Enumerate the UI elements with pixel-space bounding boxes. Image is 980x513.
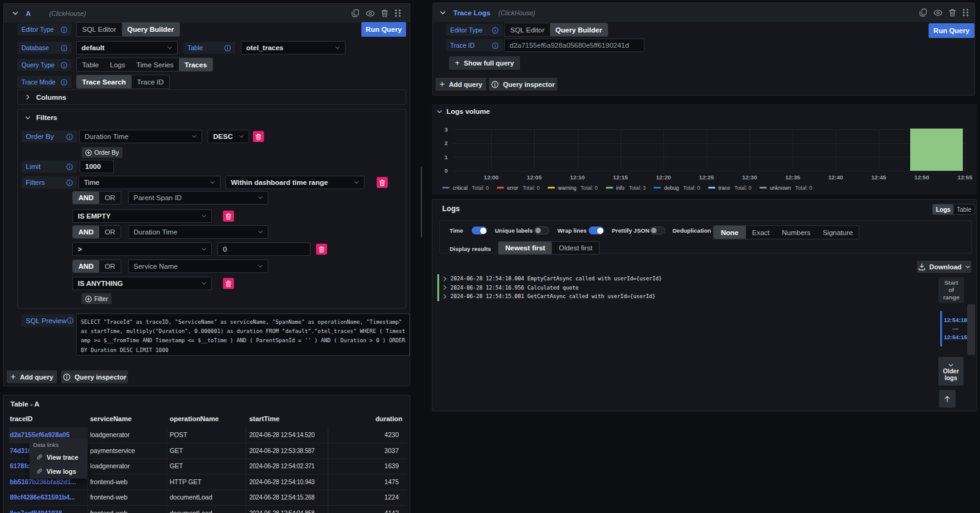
dedup-option-exact[interactable]: Exact: [746, 226, 776, 239]
legend-item[interactable]: errorTotal: 0: [497, 185, 540, 191]
condition-2-and[interactable]: AND: [73, 226, 99, 238]
info-icon[interactable]: [67, 317, 74, 324]
drag-handle-grip-icon[interactable]: [962, 9, 969, 17]
hide-response-eye-icon[interactable]: [366, 10, 375, 17]
legend-item[interactable]: traceTotal: 0: [708, 185, 752, 191]
condition-1-operator-select[interactable]: IS EMPTY: [72, 209, 212, 223]
info-icon[interactable]: [492, 42, 499, 49]
older-logs-button[interactable]: Older logs: [938, 357, 963, 386]
view-option-logs[interactable]: Logs: [933, 204, 954, 214]
add-query-button[interactable]: + Add query: [435, 78, 486, 91]
column-header-servicename[interactable]: serviceName: [90, 415, 132, 422]
info-icon[interactable]: [66, 133, 73, 140]
add-query-button[interactable]: + Add query: [7, 370, 57, 383]
order-by-field-select[interactable]: Duration Time: [79, 130, 202, 143]
split-pane-divider[interactable]: [421, 167, 422, 238]
log-row[interactable]: 2024-06-28 12:54:16.956 Calculated quote: [437, 283, 938, 293]
scroll-to-top-button[interactable]: [939, 390, 956, 408]
collapse-chevron-icon[interactable]: [12, 8, 18, 19]
column-header-starttime[interactable]: startTime: [249, 415, 279, 422]
trace-id-input[interactable]: d2a7155ef6a928a05680e5ff6190241d: [504, 39, 644, 52]
condition-2-operator-select[interactable]: >: [72, 242, 212, 256]
query-type-option-table[interactable]: Table: [77, 58, 105, 71]
table-row[interactable]: 8ca7acf84941938... frontend-web document…: [9, 505, 407, 513]
editor-type-option-sql[interactable]: SQL Editor: [77, 23, 122, 36]
query-editor-header[interactable]: Trace Logs (ClickHouse): [433, 3, 974, 22]
run-query-button[interactable]: Run Query: [361, 22, 406, 37]
hide-response-eye-icon[interactable]: [933, 9, 943, 17]
remove-condition-2-button[interactable]: [316, 244, 327, 255]
legend-item[interactable]: debugTotal: 0: [654, 185, 700, 191]
info-icon[interactable]: [224, 45, 231, 51]
show-full-query-button[interactable]: + Show full query: [449, 56, 520, 70]
trace-mode-option-search[interactable]: Trace Search: [77, 75, 132, 88]
filter-time-range-select[interactable]: Within dashboard time range: [225, 176, 364, 189]
query-type-option-traces[interactable]: Traces: [179, 58, 212, 71]
unique-labels-toggle[interactable]: [534, 227, 549, 234]
duplicate-query-icon[interactable]: [919, 9, 927, 17]
time-toggle[interactable]: [472, 227, 487, 234]
legend-item[interactable]: infoTotal: 3: [606, 185, 646, 191]
table-select[interactable]: otel_traces: [241, 41, 345, 54]
editor-type-option-sql[interactable]: SQL Editor: [505, 23, 550, 36]
info-bar[interactable]: [910, 129, 963, 171]
remove-order-by-button[interactable]: [253, 131, 264, 142]
query-type-option-timeseries[interactable]: Time Series: [130, 58, 179, 71]
columns-section[interactable]: Columns: [17, 89, 406, 105]
condition-1-and[interactable]: AND: [73, 192, 99, 204]
info-icon[interactable]: [61, 45, 67, 51]
limit-input[interactable]: 1000: [80, 160, 114, 173]
column-header-operationname[interactable]: operationName: [170, 415, 219, 422]
database-select[interactable]: default: [76, 41, 178, 54]
info-icon[interactable]: [61, 62, 67, 69]
condition-2-or[interactable]: OR: [99, 226, 121, 238]
minimap-scrollbar[interactable]: [967, 304, 975, 355]
editor-type-option-builder[interactable]: Query Builder: [550, 23, 608, 36]
view-logs-menu-item[interactable]: View logs: [33, 465, 85, 477]
dedup-option-none[interactable]: None: [714, 226, 746, 239]
condition-3-and[interactable]: AND: [73, 260, 99, 272]
condition-1-or[interactable]: OR: [99, 192, 121, 204]
info-icon[interactable]: [61, 79, 67, 86]
drag-handle-grip-icon[interactable]: [394, 9, 401, 17]
info-icon[interactable]: [61, 26, 67, 33]
download-button[interactable]: Download: [917, 261, 971, 273]
condition-3-operator-select[interactable]: IS ANYTHING: [72, 277, 212, 290]
info-icon[interactable]: [66, 179, 73, 186]
add-order-by-button[interactable]: Order By: [81, 147, 123, 158]
trace-id-link[interactable]: d2a7155ef6a928a05: [10, 431, 89, 438]
remove-query-trash-icon[interactable]: [381, 9, 388, 17]
info-icon[interactable]: [66, 163, 73, 170]
expand-log-chevron-icon[interactable]: [443, 285, 451, 290]
dedup-option-signature[interactable]: Signature: [816, 226, 859, 239]
condition-1-field-select[interactable]: Parent Span ID: [128, 191, 268, 204]
order-option-newest[interactable]: Newest first: [499, 242, 552, 254]
trace-id-link[interactable]: 8ca7acf84941938...: [10, 509, 89, 513]
duplicate-query-icon[interactable]: [352, 9, 360, 17]
expand-log-chevron-icon[interactable]: [443, 294, 451, 299]
remove-condition-3-button[interactable]: [223, 278, 234, 289]
column-header-duration[interactable]: duration: [375, 415, 402, 422]
legend-item[interactable]: warningTotal: 0: [548, 185, 598, 191]
view-option-table[interactable]: Table: [954, 204, 974, 214]
query-inspector-button[interactable]: Query inspector: [489, 78, 557, 91]
order-by-direction-select[interactable]: DESC: [208, 130, 249, 143]
query-type-option-logs[interactable]: Logs: [105, 58, 131, 71]
legend-item[interactable]: criticalTotal: 0: [442, 185, 489, 191]
remove-condition-1-button[interactable]: [223, 211, 234, 222]
condition-2-value-input[interactable]: 0: [217, 242, 311, 256]
query-editor-header[interactable]: A (ClickHouse): [4, 4, 410, 23]
log-row[interactable]: 2024-06-28 12:54:15.081 GetCartAsync cal…: [437, 292, 938, 301]
order-option-oldest[interactable]: Oldest first: [552, 242, 599, 254]
run-query-button[interactable]: Run Query: [929, 23, 974, 38]
condition-2-field-select[interactable]: Duration Time: [128, 225, 268, 239]
editor-type-option-builder[interactable]: Query Builder: [122, 23, 179, 36]
add-filter-button[interactable]: Filter: [81, 293, 111, 304]
prettify-json-toggle[interactable]: [650, 227, 665, 234]
trace-id-link[interactable]: 89cf4286e631591b4...: [10, 493, 89, 501]
info-icon[interactable]: [492, 27, 499, 34]
trace-mode-option-id[interactable]: Trace ID: [132, 75, 170, 88]
query-inspector-button[interactable]: Query inspector: [61, 370, 128, 383]
expand-log-chevron-icon[interactable]: [443, 276, 451, 282]
table-row[interactable]: 89cf4286e631591b4... frontend-web docume…: [9, 490, 407, 506]
